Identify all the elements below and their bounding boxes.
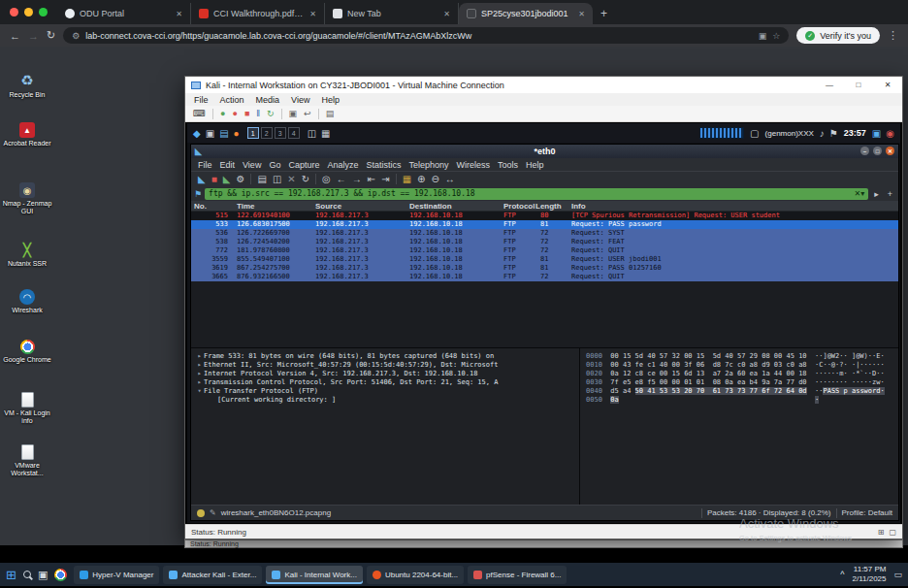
vm-close-button[interactable]: ✕ [873,77,902,93]
tray-chevron-icon[interactable]: ^ [840,570,844,579]
notification-center-icon[interactable]: ▭ [893,570,902,579]
vm-menu-action[interactable]: Action [214,95,250,105]
search-icon[interactable] [23,571,31,578]
tab-close-icon[interactable]: ✕ [176,10,182,18]
workspace-2[interactable]: 2 [261,127,273,139]
firefox-icon[interactable]: ● [234,128,240,139]
taskbar-button[interactable]: Kali - Internal Work... [266,566,363,584]
ws-menu-wireless[interactable]: Wireless [453,160,495,170]
browser-tab[interactable]: ODU Portal✕ [57,3,191,24]
filter-add-button[interactable]: + [885,189,895,199]
close-file-icon[interactable]: ✕ [287,174,295,184]
taskbar-button[interactable]: pfSense - Firewall 6... [468,566,567,584]
screen-share-icon[interactable]: ▣ [759,31,767,41]
revert-icon[interactable]: ↩ [304,109,311,118]
hex-row[interactable]: 0020 0a 12 c8 ce 00 15 6d 13 a7 2a 60 ea… [586,370,892,378]
ctrl-alt-del-icon[interactable]: ⌨ [193,109,206,118]
checkpoint-icon[interactable]: ▣ [289,109,298,118]
packet-list-header[interactable]: No.TimeSourceDestinationProtocolLengthIn… [191,201,898,212]
packet-row[interactable]: 3559855.549407100192.168.217.3192.168.10… [191,255,898,264]
ws-menu-capture[interactable]: Capture [284,160,323,170]
reset-icon[interactable]: ↻ [267,109,275,118]
ws-menu-view[interactable]: View [239,160,265,170]
pause-icon[interactable]: ‖ [256,109,260,118]
display-filter-input[interactable]: ftp && ip.src == 192.168.217.3 && ip.dst… [205,188,868,200]
zoom-in-icon[interactable]: ⊕ [417,174,425,184]
reload-icon[interactable]: ↻ [302,174,309,184]
tab-close-icon[interactable]: ✕ [443,10,450,18]
taskbar-button[interactable]: Attacker Kali - Exter... [163,566,262,584]
column-header-source[interactable]: Source [315,202,341,211]
desktop-icon-doc[interactable]: VMware Workstat... [2,444,52,477]
colorize-icon[interactable]: ▦ [403,174,411,184]
desktop-icon-chrome[interactable]: Google Chrome [2,340,52,364]
start-icon[interactable]: ● [220,109,225,118]
kali-menu-icon[interactable]: ◆ [193,128,201,139]
filter-dropdown-icon[interactable]: ▾ [860,189,864,198]
ws-menu-help[interactable]: Help [522,160,548,170]
detail-line[interactable]: [Current working directory: ] [195,396,575,405]
capture-start-icon[interactable]: ◣ [198,174,206,184]
start-button[interactable]: ⊞ [6,568,16,582]
expand-arrow-icon[interactable]: ▸ [195,370,204,378]
workspace-3[interactable]: 3 [275,127,286,139]
vm-menu-view[interactable]: View [285,95,315,105]
wireshark-title-bar[interactable]: ◣ *eth0 – □ ✕ [191,145,898,158]
expert-info-icon[interactable] [197,509,205,517]
column-header-length[interactable]: Length [535,202,562,211]
hex-row[interactable]: 0050 0a · [586,396,892,405]
vm-title-bar[interactable]: Kali - Internal Workstation on CY321-JBO… [185,77,902,93]
save-file-icon[interactable]: ◫ [273,174,281,184]
back-icon[interactable]: ← [337,174,346,184]
browser-menu-icon[interactable]: ⋮ [888,29,898,42]
desktop-icon-recycle[interactable]: Recycle Bin [2,72,52,99]
packet-list[interactable]: 515122.691940100192.168.217.3192.168.10.… [191,212,898,347]
zoom-window-button[interactable] [39,8,48,16]
expand-arrow-icon[interactable]: ▸ [195,352,204,361]
new-tab-button[interactable]: + [593,3,615,24]
find-packet-icon[interactable]: ◎ [322,174,331,184]
desktop-icon-nmap[interactable]: Nmap - Zenmap GUI [2,182,52,215]
column-header-info[interactable]: Info [571,202,586,211]
capture-comment-icon[interactable]: ✎ [210,508,216,517]
workspace-4[interactable]: 4 [288,127,300,139]
zoom-fit-icon[interactable]: ⊞ [878,528,885,537]
screenshot-icon[interactable]: ◫ [308,128,316,139]
filter-bookmark-icon[interactable]: ⚑ [194,189,202,199]
chrome-taskbar-icon[interactable] [54,569,67,581]
ws-menu-go[interactable]: Go [265,160,284,170]
notifications-icon[interactable]: ⚑ [829,128,838,139]
detail-line[interactable]: ▸Transmission Control Protocol, Src Port… [195,378,575,387]
packet-bytes-pane[interactable]: 0000 00 15 5d 40 57 32 00 15 5d 40 57 29… [580,348,898,505]
wireshark-close-button[interactable]: ✕ [886,147,894,155]
ws-menu-file[interactable]: File [194,160,216,170]
forward-icon[interactable]: → [352,174,362,184]
enhanced-session-icon[interactable]: ▤ [326,109,335,118]
detail-line[interactable]: ▸Internet Protocol Version 4, Src: 192.1… [195,370,575,378]
ws-menu-tools[interactable]: Tools [494,160,522,170]
terminal-icon[interactable]: ▣ [206,128,214,139]
profile-verify-button[interactable]: ✓ Verify it's you [796,27,880,44]
volume-icon[interactable]: ♪ [820,128,825,139]
power-icon[interactable]: ◉ [886,128,894,139]
desktop-icon-nutanix[interactable]: Nutanix SSR [2,241,52,268]
hex-row[interactable]: 0000 00 15 5d 40 57 32 00 15 5d 40 57 29… [586,352,892,361]
shut-down-icon[interactable]: ■ [244,109,249,118]
display-icon[interactable]: ▢ [750,128,759,139]
column-header-protocol[interactable]: Protocol [503,202,535,211]
bookmark-star-icon[interactable]: ☆ [772,31,780,41]
filter-apply-icon[interactable]: ▸ [871,189,882,199]
desktop-icon-doc[interactable]: VM - Kali Login info [2,392,52,425]
hex-row[interactable]: 0030 7f e5 e8 f5 00 00 01 01 08 0a ea b4… [586,378,892,387]
task-view-icon[interactable]: ▣ [38,569,48,581]
reload-button[interactable]: ↻ [47,29,55,42]
open-file-icon[interactable]: ▤ [257,174,266,184]
tab-close-icon[interactable]: ✕ [578,10,585,18]
desktop-icon-acrobat[interactable]: Acrobat Reader [2,122,52,147]
tab-close-icon[interactable]: ✕ [309,10,316,18]
ws-menu-edit[interactable]: Edit [216,160,240,170]
turn-off-icon[interactable]: ● [232,109,237,118]
taskbar-button[interactable]: Hyper-V Manager [74,566,159,584]
vm-menu-file[interactable]: File [188,95,214,105]
packet-row[interactable]: 772181.978760800192.168.217.3192.168.10.… [191,246,898,255]
